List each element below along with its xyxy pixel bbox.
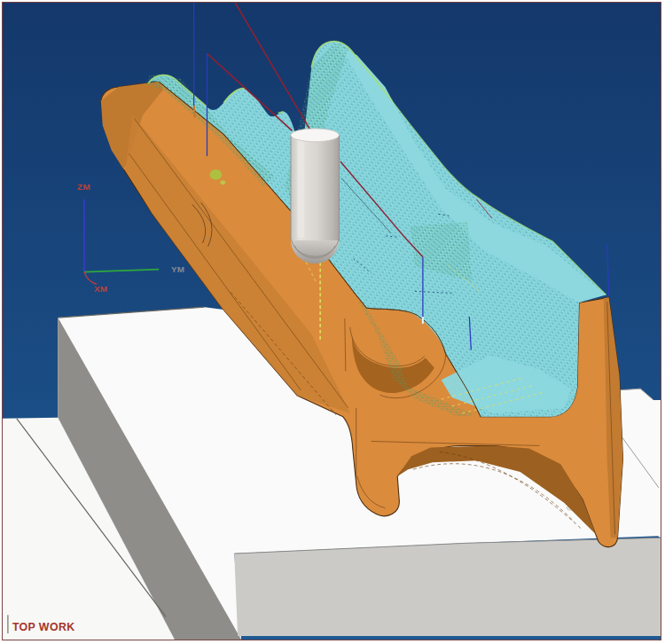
surface-marker-blob [209,169,222,180]
surface-marker-blob-small [220,180,225,185]
tool-body-highlight [297,137,304,238]
x-axis-label: XM [94,284,107,294]
tool-top-face [291,129,339,142]
cam-3d-viewport[interactable]: ZM XM YM TOP WORK [3,3,661,640]
z-axis-label: ZM [77,182,90,192]
view-orientation-label: TOP WORK [12,621,75,633]
viewport-frame: ZM XM YM TOP WORK [2,2,661,640]
table-front-face [234,538,661,636]
entry-mark [194,106,195,118]
y-axis-label: YM [171,264,184,274]
cam-simulation-window: ZM XM YM TOP WORK [0,0,665,644]
cutting-tool[interactable] [291,129,339,263]
